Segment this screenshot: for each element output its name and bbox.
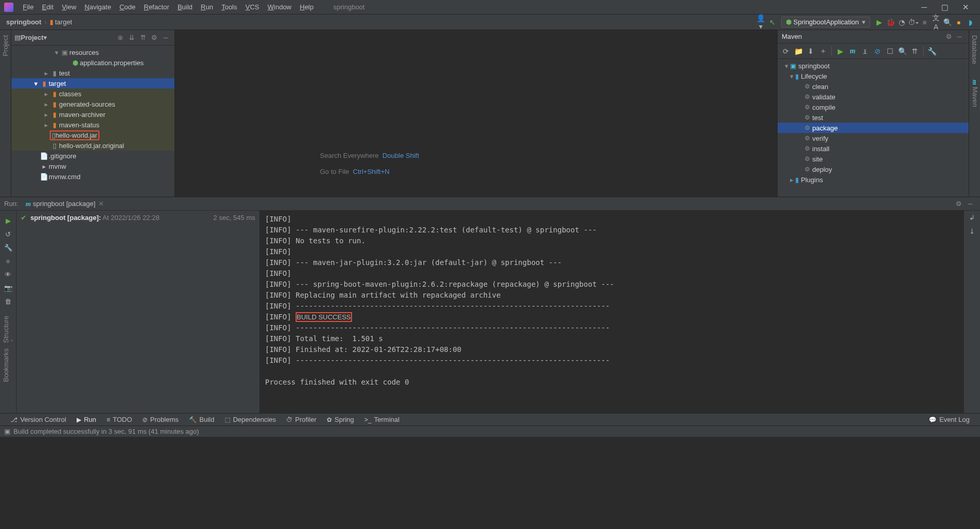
- toggle-auto-icon[interactable]: 🔧: [0, 241, 16, 254]
- menu-navigate[interactable]: Navigate: [80, 3, 115, 11]
- delete-icon[interactable]: 🗑: [0, 295, 16, 308]
- run-status-tree[interactable]: ✔ springboot [package]: At 2022/1/26 22:…: [17, 211, 260, 413]
- database-tab[interactable]: Database: [971, 35, 978, 64]
- breadcrumb-root[interactable]: springboot: [4, 18, 43, 26]
- tree-folder-resources[interactable]: ▾▣resources: [11, 47, 174, 57]
- bottom-tab-version-control[interactable]: ⎇Version Control: [5, 416, 71, 423]
- close-button[interactable]: ✕: [955, 3, 976, 12]
- scroll-end-icon[interactable]: ⤓: [969, 227, 975, 241]
- maven-lifecycle[interactable]: ▾▮Lifecycle: [778, 71, 969, 81]
- menu-refactor[interactable]: Refactor: [140, 3, 173, 11]
- maven-reload-icon[interactable]: ⟳: [780, 47, 792, 55]
- ide-updates-icon[interactable]: ●: [953, 18, 964, 26]
- run-tab[interactable]: m springboot [package] ✕: [22, 200, 107, 208]
- menu-build[interactable]: Build: [173, 3, 197, 11]
- bookmarks-tab[interactable]: Bookmarks: [2, 348, 10, 382]
- maven-goal-install[interactable]: ⚙install: [778, 143, 969, 154]
- bottom-tab-problems[interactable]: ⊘Problems: [137, 416, 184, 423]
- expand-all-icon[interactable]: ⇊: [126, 34, 137, 41]
- maven-wrench-icon[interactable]: 🔧: [926, 47, 938, 55]
- debug-button-icon[interactable]: 🐞: [885, 18, 896, 26]
- event-log-tab[interactable]: 💬Event Log: [924, 416, 975, 423]
- settings-gear-icon[interactable]: ⚙: [149, 34, 160, 41]
- structure-tab[interactable]: Structure: [2, 316, 10, 343]
- run-configuration-dropdown[interactable]: ⬢ SpringbootApplication ▾: [781, 17, 870, 27]
- maven-goal-site[interactable]: ⚙site: [778, 154, 969, 164]
- maven-generate-icon[interactable]: 📁: [792, 47, 805, 55]
- code-with-me-icon[interactable]: ◗: [964, 18, 976, 26]
- maven-goal-clean[interactable]: ⚙clean: [778, 81, 969, 92]
- maximize-button[interactable]: ▢: [934, 3, 955, 12]
- menu-vcs[interactable]: VCS: [241, 3, 264, 11]
- status-tool-icon[interactable]: ▣: [4, 428, 10, 435]
- soft-wrap-icon[interactable]: ↲: [969, 214, 975, 227]
- bottom-tab-spring[interactable]: ✿Spring: [321, 416, 359, 423]
- menu-view[interactable]: View: [57, 3, 80, 11]
- tree-file-application-properties[interactable]: ⬢application.properties: [11, 57, 174, 68]
- maven-goal-test[interactable]: ⚙test: [778, 112, 969, 123]
- menu-edit[interactable]: Edit: [38, 3, 57, 11]
- maven-goal-compile[interactable]: ⚙compile: [778, 102, 969, 112]
- tree-folder-test[interactable]: ▸▮test: [11, 68, 174, 78]
- maven-m-icon[interactable]: m: [846, 47, 859, 55]
- project-tab[interactable]: Project: [2, 35, 9, 56]
- tree-folder-classes[interactable]: ▸▮classes: [11, 89, 174, 99]
- more-actions-icon[interactable]: 文A: [930, 13, 942, 31]
- maven-goal-verify[interactable]: ⚙verify: [778, 133, 969, 143]
- maven-find-icon[interactable]: 🔍: [896, 47, 909, 55]
- bottom-tab-dependencies[interactable]: ⬚Dependencies: [220, 416, 281, 423]
- menu-help[interactable]: Help: [296, 3, 318, 11]
- maven-skip-tests-icon[interactable]: ⊘: [871, 47, 884, 55]
- tree-folder-maven-status[interactable]: ▸▮maven-status: [11, 120, 174, 130]
- menu-window[interactable]: Window: [264, 3, 296, 11]
- run-hide-icon[interactable]: ─: [964, 200, 976, 208]
- close-tab-icon[interactable]: ✕: [98, 200, 104, 208]
- coverage-icon[interactable]: ◔: [896, 18, 908, 26]
- project-tree[interactable]: ▾▣resources ⬢application.properties ▸▮te…: [11, 46, 174, 197]
- user-icon[interactable]: 👤▾: [755, 14, 767, 31]
- stop-icon[interactable]: ■: [0, 254, 16, 268]
- maven-goal-deploy[interactable]: ⚙deploy: [778, 164, 969, 174]
- bottom-tab-build[interactable]: 🔨Build: [184, 416, 220, 423]
- maven-run-icon[interactable]: ▶: [834, 47, 846, 55]
- maven-tree[interactable]: ▾▣springboot ▾▮Lifecycle ⚙clean⚙validate…: [778, 59, 969, 197]
- search-everywhere-icon[interactable]: 🔍: [942, 18, 953, 26]
- locate-icon[interactable]: ⊕: [114, 34, 126, 41]
- show-icon[interactable]: 👁: [0, 268, 16, 281]
- maven-settings-icon[interactable]: ⚙: [944, 33, 954, 40]
- maven-plugins[interactable]: ▸▮Plugins: [778, 174, 969, 185]
- maven-collapse-icon[interactable]: ⇈: [909, 47, 921, 55]
- maven-toggle-offline-icon[interactable]: ⫫: [859, 47, 871, 55]
- bottom-tab-terminal[interactable]: >_Terminal: [359, 416, 405, 423]
- maven-goal-package[interactable]: ⚙package: [778, 123, 969, 133]
- tree-file-hello-world-jar-original[interactable]: ▯hello-world.jar.original: [11, 140, 174, 151]
- tree-file-mvnw[interactable]: ▸mvnw: [11, 161, 174, 171]
- build-hammer-icon[interactable]: ↖: [767, 18, 778, 26]
- bottom-tab-run[interactable]: ▶Run: [71, 416, 101, 423]
- maven-show-deps-icon[interactable]: ☐: [884, 47, 896, 55]
- hide-panel-icon[interactable]: ─: [160, 34, 171, 41]
- collapse-all-icon[interactable]: ⇈: [137, 34, 149, 41]
- tree-folder-generated-sources[interactable]: ▸▮generated-sources: [11, 99, 174, 109]
- rerun-failed-icon[interactable]: ↺: [0, 227, 16, 241]
- bottom-tab-profiler[interactable]: ⏱Profiler: [281, 416, 321, 423]
- maven-download-icon[interactable]: ⬇: [805, 47, 817, 55]
- menu-file[interactable]: File: [19, 3, 38, 11]
- tree-file-hello-world-jar[interactable]: ▯hello-world.jar: [11, 130, 174, 140]
- maven-goal-validate[interactable]: ⚙validate: [778, 92, 969, 102]
- tree-folder-maven-archiver[interactable]: ▸▮maven-archiver: [11, 109, 174, 120]
- maven-hide-icon[interactable]: ─: [954, 33, 964, 40]
- tree-folder-target[interactable]: ▾▮target: [11, 78, 174, 89]
- profiler-icon[interactable]: ⏱▾: [908, 18, 919, 26]
- run-button-icon[interactable]: ▶: [873, 18, 885, 26]
- bottom-tab-todo[interactable]: ≡TODO: [101, 416, 137, 423]
- run-settings-icon[interactable]: ⚙: [953, 200, 964, 208]
- project-view-selector[interactable]: ▤ Project ▾: [14, 34, 47, 41]
- rerun-icon[interactable]: ▶: [0, 214, 16, 227]
- dump-icon[interactable]: 📷: [0, 281, 16, 295]
- tree-file-mvnw-cmd[interactable]: 📄mvnw.cmd: [11, 171, 174, 182]
- menu-code[interactable]: Code: [115, 3, 140, 11]
- console-output[interactable]: [INFO] [INFO] --- maven-surefire-plugin:…: [260, 211, 963, 413]
- menu-run[interactable]: Run: [197, 3, 217, 11]
- menu-tools[interactable]: Tools: [217, 3, 241, 11]
